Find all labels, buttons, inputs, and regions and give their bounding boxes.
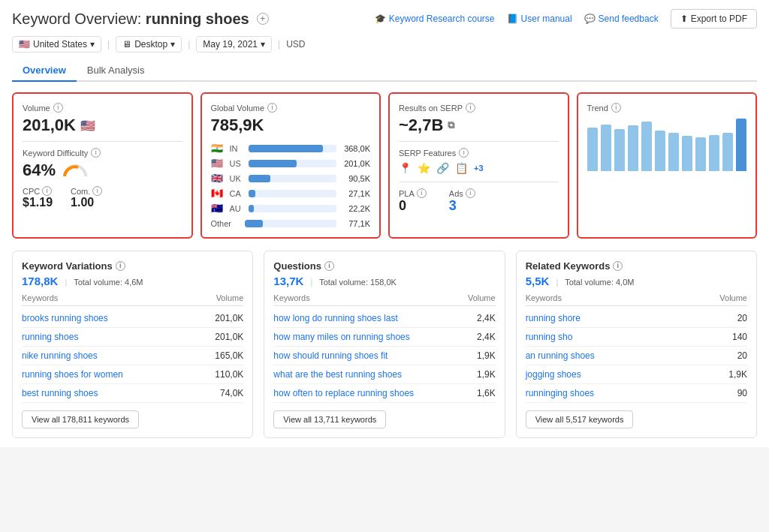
keyword-link[interactable]: nike running shoes <box>22 350 98 361</box>
feedback-link[interactable]: 💬 Send feedback <box>584 14 659 24</box>
volume-card: Volume i 201,0K 🇺🇸 Keyword Difficulty i … <box>12 92 193 239</box>
keyword-link[interactable]: an running shoes <box>526 350 595 361</box>
trend-bar <box>601 125 611 171</box>
keyword-link[interactable]: running shore <box>526 313 581 323</box>
rk-title: Related Keywords i <box>526 260 747 272</box>
country-code: CA <box>230 189 245 198</box>
trend-card: Trend i <box>577 92 758 239</box>
country-code: AU <box>230 204 245 213</box>
gv-info-icon[interactable]: i <box>267 103 277 113</box>
trend-info-icon[interactable]: i <box>611 103 621 113</box>
related-keywords-section: Related Keywords i 5,5K | Total volume: … <box>516 251 757 438</box>
rk-view-all-button[interactable]: View all 5,517 keywords <box>526 410 634 428</box>
keyword-volume: 201,0K <box>215 313 243 323</box>
trend-bar <box>655 131 665 171</box>
serp-features-info-icon[interactable]: i <box>459 148 469 158</box>
table-row: how often to replace running shoes 1,6K <box>273 384 495 403</box>
bar-background <box>249 205 337 212</box>
trend-bar <box>614 129 625 171</box>
copy-icon[interactable]: ⧉ <box>448 119 454 131</box>
q-rows: how long do running shoes last 2,4K how … <box>273 309 495 403</box>
keyword-volume: 20 <box>737 313 747 323</box>
device-selector[interactable]: 🖥 Desktop ▾ <box>116 36 182 53</box>
keyword-volume: 20 <box>737 350 747 361</box>
ads-info-icon[interactable]: i <box>466 188 475 198</box>
table-row: how many miles on running shoes 2,4K <box>273 328 495 347</box>
q-count: 13,7K <box>273 275 303 287</box>
serp-plus-badge[interactable]: +3 <box>474 164 484 173</box>
separator: | <box>188 39 190 50</box>
other-volume: 77,1K <box>340 219 370 228</box>
keyword-volume: 2,4K <box>477 332 496 342</box>
tab-bulk-analysis[interactable]: Bulk Analysis <box>77 60 155 82</box>
keyword-link[interactable]: how should running shoes fit <box>273 350 388 361</box>
keyword-link[interactable]: runninging shoes <box>526 388 594 398</box>
keyword-link[interactable]: jogging shoes <box>526 369 581 380</box>
keyword-link[interactable]: how long do running shoes last <box>273 313 397 323</box>
country-bars: 🇮🇳 IN 368,0K 🇺🇸 US 201,0K 🇬🇧 UK 90,5K 🇨🇦… <box>211 143 371 228</box>
serp-label: Results on SERP i <box>399 103 559 113</box>
keyword-variations-section: Keyword Variations i 178,8K | Total volu… <box>12 251 253 438</box>
country-volume: 22,2K <box>340 204 370 213</box>
keyword-link[interactable]: how many miles on running shoes <box>273 332 409 342</box>
kd-info-icon[interactable]: i <box>91 148 101 158</box>
pla-info-icon[interactable]: i <box>417 188 427 198</box>
q-info-icon[interactable]: i <box>324 261 334 271</box>
manual-link[interactable]: 📘 User manual <box>507 14 572 24</box>
volume-value: 201,0K 🇺🇸 <box>23 116 182 135</box>
keyword-link[interactable]: brooks running shoes <box>22 313 108 323</box>
cpc-info-icon[interactable]: i <box>42 186 52 196</box>
questions-section: Questions i 13,7K | Total volume: 158,0K… <box>264 251 505 438</box>
kv-view-all-button[interactable]: View all 178,811 keywords <box>22 410 139 428</box>
country-selector[interactable]: 🇺🇸 United States ▾ <box>12 36 101 53</box>
chevron-down-icon: ▾ <box>170 39 175 50</box>
ads-value: 3 <box>449 198 475 214</box>
keyword-link[interactable]: running sho <box>526 332 573 342</box>
other-row: Other 77,1K <box>211 219 371 228</box>
country-row: 🇦🇺 AU 22,2K <box>211 203 371 214</box>
q-table-header: Keywords Volume <box>273 293 495 306</box>
separator: | <box>278 39 280 50</box>
keyword-link[interactable]: best running shoes <box>22 388 98 398</box>
keyword-link[interactable]: running shoes <box>22 332 78 342</box>
keyword-link[interactable]: what are the best running shoes <box>273 369 402 380</box>
bar-background <box>249 190 337 197</box>
trend-label: Trend i <box>587 103 747 113</box>
bar-fill <box>249 145 324 152</box>
flag-icon: 🇬🇧 <box>211 173 226 184</box>
table-row: nike running shoes 165,0K <box>22 347 243 365</box>
add-keyword-icon[interactable]: + <box>257 13 269 25</box>
country-volume: 27,1K <box>340 189 370 198</box>
trend-bar <box>628 125 638 171</box>
com-info-icon[interactable]: i <box>92 186 102 196</box>
kv-count: 178,8K <box>22 275 58 287</box>
tab-overview[interactable]: Overview <box>12 60 77 82</box>
keyword-link[interactable]: running shoes for women <box>22 369 123 380</box>
serp-info-icon[interactable]: i <box>466 103 475 113</box>
rk-volume-info: 5,5K | Total volume: 4,0M <box>526 275 747 287</box>
q-view-all-button[interactable]: View all 13,711 keywords <box>273 410 386 428</box>
trend-bar <box>695 137 706 171</box>
serp-icons-row: 📍 ⭐ 🔗 📋 +3 <box>399 162 559 174</box>
table-row: running shoes for women 110,0K <box>22 365 243 384</box>
course-link[interactable]: 🎓 Keyword Research course <box>375 14 495 24</box>
gv-value: 785,9K <box>211 116 371 135</box>
volume-info-icon[interactable]: i <box>53 103 63 113</box>
country-row: 🇨🇦 CA 27,1K <box>211 188 371 199</box>
clipboard-icon: 📋 <box>455 162 468 174</box>
rk-info-icon[interactable]: i <box>613 261 623 271</box>
date-selector[interactable]: May 19, 2021 ▾ <box>196 36 272 53</box>
country-code: IN <box>230 144 245 153</box>
country-volume: 90,5K <box>340 174 370 183</box>
bar-fill <box>245 220 264 227</box>
currency-label: USD <box>286 39 305 50</box>
chat-icon: 💬 <box>584 14 596 24</box>
serp-card: Results on SERP i ~2,7B ⧉ SERP Features … <box>388 92 569 239</box>
kd-value: 64% <box>23 161 182 180</box>
com-item: Com. i 1.00 <box>71 186 102 209</box>
trend-bar <box>722 133 733 171</box>
export-button[interactable]: ⬆ Export to PDF <box>671 9 757 29</box>
keyword-link[interactable]: how often to replace running shoes <box>273 388 414 398</box>
keyword-volume: 201,0K <box>215 332 243 342</box>
kv-info-icon[interactable]: i <box>116 261 125 271</box>
